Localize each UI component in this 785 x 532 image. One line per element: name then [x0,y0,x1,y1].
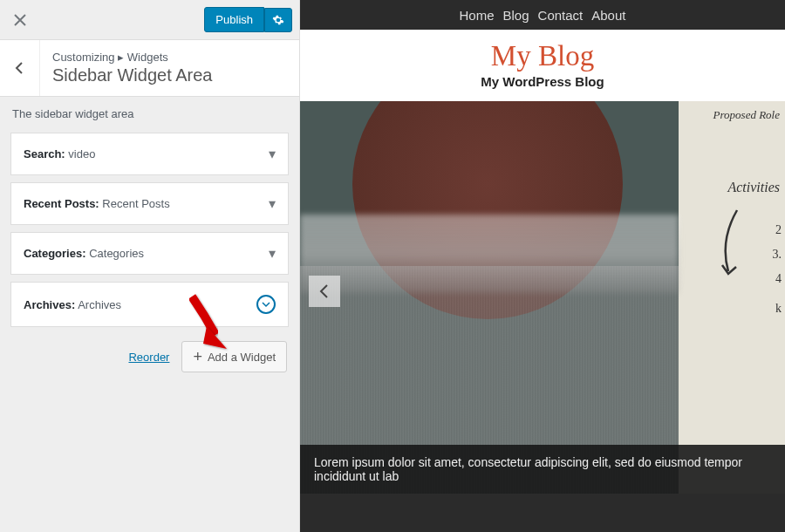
widget-type-label: Search: [24,147,65,160]
widget-type-label: Archives: [24,298,75,311]
reorder-link[interactable]: Reorder [128,351,169,364]
whiteboard-area: Proposed Role Activities 2 3. 4 k [679,101,785,494]
breadcrumb: Customizing ▸ Widgets [52,51,287,64]
nav-item-home[interactable]: Home [460,8,495,23]
site-tagline: My WordPress Blog [300,74,785,89]
whiteboard-number: k [775,302,782,316]
widget-value: Categories [89,247,144,260]
chevron-left-icon [318,283,331,299]
widget-value: video [68,147,95,160]
widget-value: Recent Posts [102,197,169,210]
hero-slider: Proposed Role Activities 2 3. 4 k Lorem … [300,101,785,494]
widget-recent-posts[interactable]: Recent Posts: Recent Posts ▾ [10,182,289,225]
widget-search[interactable]: Search: video ▾ [10,133,289,175]
whiteboard-text: Activities [727,180,780,195]
panel-header: Customizing ▸ Widgets Sidebar Widget Are… [0,40,299,97]
site-header: My Blog My WordPress Blog [300,30,785,101]
page-title: Sidebar Widget Area [52,65,287,85]
widget-archives[interactable]: Archives: Archives [10,282,289,327]
panel-body: The sidebar widget area Search: video ▾ … [0,97,299,532]
site-preview: Home Blog Contact About My Blog My WordP… [300,0,785,532]
add-widget-button[interactable]: + Add a Widget [181,341,287,372]
site-title[interactable]: My Blog [300,40,785,72]
whiteboard-number: 2 [775,223,782,237]
widget-value: Archives [78,298,121,311]
panel-topbar: Publish [0,0,299,40]
whiteboard-number: 3. [773,248,782,262]
whiteboard-text: Proposed Role [713,108,780,122]
expand-circle-icon [256,295,276,314]
close-icon [14,14,26,26]
publish-button[interactable]: Publish [204,7,264,32]
back-button[interactable] [0,40,40,96]
widget-type-label: Recent Posts: [24,197,99,210]
plus-icon: + [193,349,202,365]
widget-categories[interactable]: Categories: Categories ▾ [10,232,289,275]
nav-item-blog[interactable]: Blog [503,8,529,23]
chevron-down-icon: ▾ [269,245,276,262]
close-button[interactable] [7,7,33,33]
nav-bar: Home Blog Contact About [300,0,785,30]
hero-caption: Lorem ipsum dolor sit amet, consectetur … [300,445,785,494]
handdrawn-arrow-icon [706,206,750,284]
slider-prev-button[interactable] [309,276,340,307]
add-widget-label: Add a Widget [208,351,276,364]
publish-settings-button[interactable] [264,8,292,32]
chevron-left-icon [13,61,27,75]
customizer-panel: Publish Customizing ▸ Widgets Sidebar Wi… [0,0,300,532]
breadcrumb-sep: ▸ [118,51,124,64]
chevron-down-icon: ▾ [269,146,276,162]
hero-image: Proposed Role Activities 2 3. 4 k [300,101,785,494]
widget-type-label: Categories: [24,247,86,260]
area-description: The sidebar widget area [10,107,289,120]
nav-item-about[interactable]: About [591,8,625,23]
gear-icon [272,14,284,26]
whiteboard-number: 4 [775,272,782,286]
breadcrumb-pre: Customizing [52,51,115,64]
widget-actions: Reorder + Add a Widget [10,334,289,379]
breadcrumb-current: Widgets [127,51,168,64]
chevron-down-icon: ▾ [269,195,276,212]
nav-item-contact[interactable]: Contact [538,8,584,23]
